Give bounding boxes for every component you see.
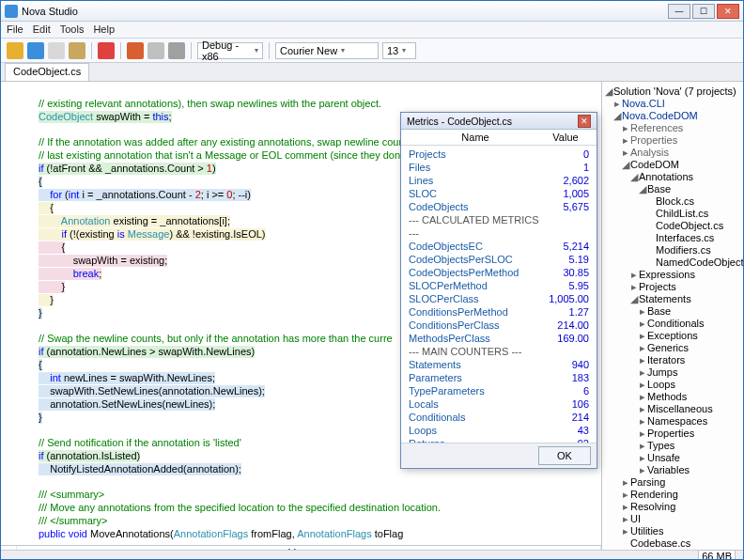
metric-row: SLOCPerClass1,005.00 (409, 292, 589, 305)
window-title: Nova Studio (22, 6, 668, 17)
col-message[interactable]: Message (17, 546, 601, 550)
tree-node[interactable]: ▸Miscellaneous (604, 403, 741, 415)
config-combo[interactable]: Debug - x86▾ (197, 42, 263, 59)
tree-node[interactable]: ▸Parsing (604, 476, 741, 489)
open-icon[interactable] (7, 42, 23, 59)
tree-node[interactable]: ◢Solution 'Nova' (7 projects) (604, 86, 741, 98)
col-value: Value (542, 132, 589, 143)
editor-tabstrip: CodeObject.cs (1, 63, 743, 82)
metric-row: CodeObjectsPerMethod30.85 (409, 266, 589, 279)
metric-row: Projects0 (409, 148, 589, 161)
tree-node[interactable]: Codebase.cs (604, 537, 741, 550)
col-name: Name (409, 132, 542, 143)
memory-label: 66 MB (698, 550, 736, 561)
tree-node[interactable]: ▸Unsafe (604, 452, 741, 464)
menu-edit[interactable]: Edit (33, 23, 51, 36)
tree-node[interactable]: ▸Methods (604, 391, 741, 403)
menu-file[interactable]: File (7, 23, 23, 36)
metric-row: TypeParameters6 (409, 384, 589, 397)
tree-node[interactable]: ▸Properties (604, 428, 741, 440)
metric-row: ConditionsPerClass214.00 (409, 319, 589, 332)
tree-node[interactable]: ▸References (604, 122, 741, 134)
fontsize-combo[interactable]: 13▾ (382, 42, 416, 59)
tree-node[interactable]: ▸Analysis (604, 147, 741, 159)
metric-row: CodeObjectsPerSLOC5.19 (409, 253, 589, 266)
metric-row: SLOCPerMethod5.95 (409, 279, 589, 292)
dialog-close-icon[interactable]: ✕ (578, 115, 591, 128)
metric-row: Locals106 (409, 397, 589, 411)
menu-bar: File Edit Tools Help (1, 22, 743, 39)
metric-row: Conditionals214 (409, 411, 589, 424)
tree-node[interactable]: ▸Properties (604, 134, 741, 147)
tree-file[interactable]: Modifiers.cs (604, 244, 741, 257)
title-bar: Nova Studio — ☐ ✕ (1, 1, 743, 22)
tree-file[interactable]: Interfaces.cs (604, 232, 741, 244)
tree-node[interactable]: ▸Generics (604, 342, 741, 354)
metrics-dialog: Metrics - CodeObject.cs ✕ Name Value Pro… (400, 112, 597, 469)
metric-row: --- CALCULATED METRICS --- (409, 213, 589, 240)
metric-row: CodeObjects5,675 (409, 200, 589, 213)
tool2-icon[interactable] (147, 42, 164, 59)
tree-node[interactable]: ◢Statements (604, 293, 741, 305)
tree-node[interactable]: ▸Exceptions (604, 330, 741, 342)
tree-node[interactable]: ▸Conditionals (604, 318, 741, 330)
metric-row: Returns92 (409, 437, 589, 443)
app-icon (5, 5, 18, 18)
metric-row: Parameters183 (409, 371, 589, 384)
tree-file[interactable]: NamedCodeObjectDictionary.cs (604, 257, 741, 269)
status-bar: 66 MB (1, 550, 743, 560)
tree-node[interactable]: ▸Jumps (604, 366, 741, 379)
metric-row: Loops43 (409, 424, 589, 437)
tree-node[interactable]: ▸Loops (604, 379, 741, 391)
tree-node[interactable]: ▸Rendering (604, 489, 741, 501)
tree-file[interactable]: Block.cs (604, 195, 741, 208)
menu-tools[interactable]: Tools (60, 23, 85, 36)
tree-node[interactable]: ◢CodeDOM (604, 159, 741, 171)
tree-node[interactable]: ◢Annotations (604, 171, 741, 183)
tree-node[interactable]: ▸Namespaces (604, 415, 741, 428)
tree-node[interactable]: ▸Base (604, 305, 741, 318)
tree-node[interactable]: ▸UI (604, 513, 741, 525)
tree-file[interactable]: CodeObject.cs (604, 220, 741, 232)
ok-button[interactable]: OK (538, 446, 591, 465)
tree-node[interactable]: ◢Base (604, 183, 741, 195)
messages-panel: Message ◆TODO: Do error checking & highl… (1, 545, 601, 550)
tree-node[interactable]: ▸Expressions (604, 269, 741, 281)
tree-file[interactable]: ChildList.cs (604, 208, 741, 220)
menu-help[interactable]: Help (93, 23, 115, 36)
metric-row: MethodsPerClass169.00 (409, 332, 589, 345)
solution-explorer[interactable]: ◢Solution 'Nova' (7 projects)▸Nova.CLI◢N… (602, 82, 743, 550)
save-icon[interactable] (27, 42, 44, 59)
tree-node[interactable]: ▸Variables (604, 464, 741, 476)
metric-row: --- MAIN COUNTERS --- (409, 345, 589, 358)
toolbar: Debug - x86▾ Courier New▾ 13▾ (1, 39, 743, 63)
metric-row: ConditionsPerMethod1.27 (409, 305, 589, 319)
tree-node[interactable]: ▸Resolving (604, 501, 741, 513)
tool1-icon[interactable] (127, 42, 144, 59)
minimize-button[interactable]: — (668, 4, 690, 19)
metric-row: SLOC1,005 (409, 187, 589, 200)
brush-icon[interactable] (69, 42, 85, 59)
font-combo[interactable]: Courier New▾ (275, 42, 379, 59)
tab-codeobject[interactable]: CodeObject.cs (5, 63, 89, 81)
tree-node[interactable]: ▸Utilities (604, 525, 741, 537)
metric-row: Lines2,602 (409, 174, 589, 187)
tree-node[interactable]: ▸Nova.CLI (604, 98, 741, 110)
metric-row: CodeObjectsEC5,214 (409, 240, 589, 253)
tree-node[interactable]: ◢Nova.CodeDOM (604, 110, 741, 122)
dialog-title: Metrics - CodeObject.cs (407, 116, 578, 127)
metric-row: Statements940 (409, 358, 589, 371)
metric-row: Files1 (409, 161, 589, 174)
saveall-icon[interactable] (48, 42, 65, 59)
redmark-icon[interactable] (98, 42, 115, 59)
maximize-button[interactable]: ☐ (692, 4, 715, 19)
link-icon[interactable] (168, 42, 185, 59)
tree-node[interactable]: ▸Iterators (604, 354, 741, 366)
close-button[interactable]: ✕ (717, 4, 739, 19)
tree-node[interactable]: ▸Types (604, 440, 741, 452)
tree-node[interactable]: ▸Projects (604, 281, 741, 293)
